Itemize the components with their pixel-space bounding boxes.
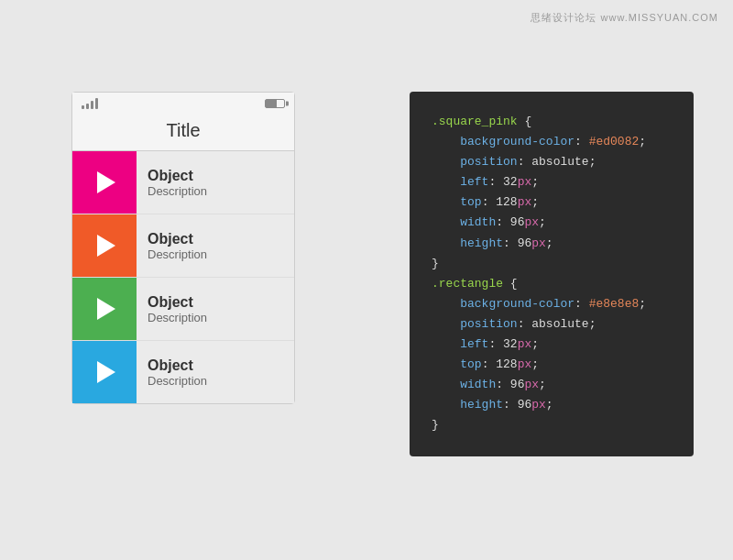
status-bar: [72, 93, 294, 113]
item-text: Object Description: [137, 231, 294, 261]
battery-fill: [266, 100, 277, 107]
code-line: top: 128px;: [432, 355, 672, 375]
code-line: position: absolute;: [432, 152, 672, 172]
item-title: Object: [148, 168, 294, 184]
item-icon-green: [72, 278, 137, 340]
list-item[interactable]: Object Description: [72, 278, 294, 341]
code-line: top: 128px;: [432, 192, 672, 213]
item-text: Object Description: [137, 357, 294, 388]
code-line: left: 32px;: [432, 335, 672, 355]
play-icon: [97, 235, 115, 257]
item-icon-pink: [72, 151, 137, 214]
play-icon: [97, 171, 115, 193]
item-title: Object: [148, 294, 294, 311]
watermark: 思绪设计论坛 www.MISSYUAN.COM: [531, 11, 718, 25]
item-description: Description: [148, 247, 294, 261]
signal-icon: [82, 98, 98, 109]
item-description: Description: [148, 311, 294, 324]
code-line: }: [432, 415, 672, 435]
code-line: left: 32px;: [432, 172, 672, 192]
code-line: background-color: #e8e8e8;: [432, 294, 672, 314]
list-item[interactable]: Object Description: [72, 151, 294, 214]
list-item[interactable]: Object Description: [72, 341, 294, 403]
code-line: position: absolute;: [432, 314, 672, 335]
item-icon-blue: [72, 341, 137, 403]
signal-bar-1: [82, 105, 84, 109]
battery-icon: [265, 99, 285, 108]
code-line: .rectangle {: [432, 274, 672, 294]
code-panel: .square_pink { background-color: #ed0082…: [410, 92, 694, 456]
item-title: Object: [148, 357, 294, 374]
item-description: Description: [148, 374, 294, 388]
code-line: background-color: #ed0082;: [432, 132, 672, 152]
item-icon-orange: [72, 214, 137, 277]
item-description: Description: [148, 184, 294, 198]
signal-bar-3: [91, 101, 93, 109]
signal-bar-4: [95, 98, 98, 109]
code-line: .square_pink {: [432, 112, 672, 132]
mobile-mockup: Title Object Description Object Descript…: [71, 92, 295, 404]
item-title: Object: [148, 231, 294, 247]
item-text: Object Description: [137, 168, 294, 198]
play-icon: [97, 298, 115, 320]
code-line: width: 96px;: [432, 375, 672, 395]
mobile-title: Title: [72, 113, 294, 151]
code-line: height: 96px;: [432, 395, 672, 415]
code-line: height: 96px;: [432, 234, 672, 254]
code-line: width: 96px;: [432, 213, 672, 233]
signal-bar-2: [86, 104, 89, 109]
list-item[interactable]: Object Description: [72, 214, 294, 278]
code-line: }: [432, 254, 672, 274]
item-text: Object Description: [137, 294, 294, 324]
play-icon: [97, 361, 115, 383]
